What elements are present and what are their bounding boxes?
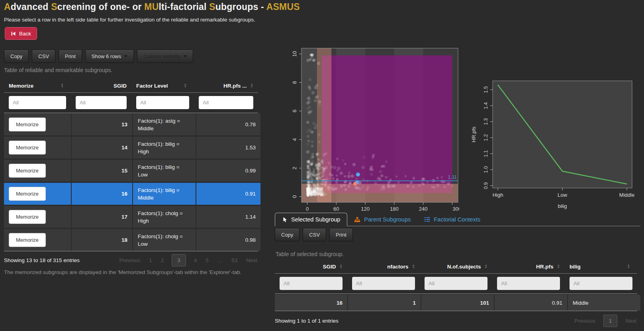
toolbar-button-column-visibility[interactable]: Column visibility	[137, 49, 193, 63]
toolbar-button-label: Print	[65, 53, 76, 59]
left-table-filter-row	[4, 93, 258, 113]
pagination-page-1[interactable]: 1	[148, 257, 153, 263]
left-table-header: Memorize▲▼SGIDFactor Level▲▼HR.pfs ...▲▼	[4, 79, 258, 93]
pagination-page-4[interactable]: 4	[193, 257, 198, 263]
memorize-button[interactable]: Memorize	[9, 164, 46, 178]
table-row-memorize-cell: Memorize	[4, 183, 71, 205]
toolbar-button-label: Show 6 rows	[92, 53, 121, 59]
pagination-page-3[interactable]: 3	[172, 254, 186, 266]
memorize-button[interactable]: Memorize	[9, 187, 46, 201]
table-row-factor-level-cell: Factors(1): bilig =Middle	[133, 183, 196, 205]
svg-text:High: High	[493, 192, 503, 198]
chevron-down-icon	[124, 55, 127, 57]
title-segment: S	[209, 2, 215, 12]
column-filter-input[interactable]	[352, 277, 415, 290]
factor-level-text: Factors(1): cholg =Low	[138, 233, 183, 248]
column-header-hr-pfs[interactable]: HR.pfs▲▼	[492, 260, 565, 273]
toolbar-button-print[interactable]: Print	[329, 228, 353, 241]
memorize-button[interactable]: Memorize	[9, 118, 46, 131]
svg-text:180: 180	[390, 206, 399, 212]
toolbar-button-label: Copy	[281, 232, 293, 238]
svg-text:0: 0	[306, 206, 309, 212]
svg-text:Middle: Middle	[619, 192, 634, 198]
factor-level-text: Factors(1): bilig =High	[138, 140, 180, 155]
page-subtitle: Please select a row in the left side tab…	[4, 17, 255, 23]
toolbar-button-csv[interactable]: CSV	[32, 49, 55, 63]
pagination-next[interactable]: Next	[624, 318, 637, 324]
table-row-memorize-cell: Memorize	[4, 160, 71, 182]
tab-selected-subgroup[interactable]: Selected Subgroup	[275, 213, 347, 226]
tab-parent-subgroups[interactable]: Parent Subgroups	[347, 213, 417, 226]
selected-subgroup-pagination: Previous1Next	[574, 315, 637, 327]
table-row-factor-level-cell: Factors(1): astg =Middle	[133, 114, 196, 135]
svg-text:0: 0	[292, 195, 298, 198]
toolbar-button-label: Print	[336, 232, 346, 238]
column-header-label: nfactors	[387, 264, 408, 270]
back-button[interactable]: Back	[5, 27, 37, 40]
column-header-n-of-subjects[interactable]: N.of.subjects▲▼	[420, 260, 492, 273]
column-header-bilig[interactable]: bilig▲▼	[565, 260, 637, 273]
pagination-previous[interactable]: Previous	[574, 318, 596, 324]
memorize-button[interactable]: Memorize	[9, 233, 46, 247]
column-filter-input[interactable]	[570, 277, 632, 290]
selected-subgroup-cell-nfactors: 1	[348, 295, 421, 311]
factor-level-line-chart: 0.91.01.11.21.31.41.5HR.pfsHighLowMiddle…	[470, 69, 641, 211]
pagination-next[interactable]: Next	[245, 257, 258, 263]
column-header-nfactors[interactable]: nfactors▲▼	[347, 260, 420, 273]
column-header-memorize[interactable]: Memorize▲▼	[4, 79, 71, 92]
column-filter-input[interactable]	[199, 96, 253, 109]
column-header-hr-pfs[interactable]: HR.pfs ...▲▼	[194, 79, 258, 92]
toolbar-button-copy[interactable]: Copy	[4, 49, 29, 63]
factor-level-text: Factors(1): bilig =Low	[138, 163, 180, 178]
table-row-hr-cell: 0.98	[196, 229, 260, 251]
toolbar-button-label: CSV	[38, 53, 49, 59]
sort-icon: ▲▼	[627, 264, 630, 269]
tab-label: Parent Subgroups	[364, 216, 411, 223]
chevron-down-icon	[184, 55, 187, 57]
pagination-page-1[interactable]: 1	[603, 315, 618, 327]
cursor-icon	[282, 217, 288, 223]
table-row-sgid-cell: 13	[72, 114, 132, 135]
column-filter-input[interactable]	[425, 277, 487, 290]
title-segment: dvanced	[11, 2, 51, 12]
memorize-button[interactable]: Memorize	[9, 210, 46, 224]
left-table-caption: Table of reliable and remarkable subgrou…	[4, 67, 112, 73]
table-row-hr-cell: 0.99	[196, 160, 260, 182]
selected-subgroup-cell-hr-pfs: 0.91	[495, 295, 567, 311]
highlight-point-blue	[356, 172, 360, 176]
factor-level-line1: Factors(1): cholg =	[138, 210, 183, 217]
pagination-previous[interactable]: Previous	[119, 257, 141, 263]
pagination-page-5[interactable]: 5	[205, 257, 209, 263]
column-filter-input[interactable]	[497, 277, 560, 290]
column-filter-input[interactable]	[9, 96, 66, 109]
column-filter-input[interactable]	[76, 96, 127, 109]
svg-text:1.0: 1.0	[483, 166, 489, 173]
pagination-page-53[interactable]: 53	[231, 257, 238, 263]
column-header-sgid[interactable]: SGID▲▼	[275, 260, 347, 273]
list-icon	[424, 217, 430, 222]
column-filter-input[interactable]	[136, 96, 189, 109]
column-header-label: bilig	[570, 264, 581, 270]
toolbar-button-label: Copy	[10, 53, 22, 59]
column-header-sgid[interactable]: SGID	[71, 79, 131, 92]
column-header-factor-level[interactable]: Factor Level▲▼	[131, 79, 194, 92]
factor-level-text: Factors(1): bilig =Middle	[138, 186, 180, 202]
table-row-hr-cell: 1.14	[196, 206, 260, 228]
svg-text:8: 8	[292, 81, 298, 84]
toolbar-button-print[interactable]: Print	[59, 49, 82, 63]
tab-factorial-contexts[interactable]: Factorial Contexts	[417, 213, 487, 226]
toolbar-button-copy[interactable]: Copy	[275, 228, 299, 241]
toolbar-button-csv[interactable]: CSV	[303, 228, 326, 241]
svg-text:10: 10	[292, 51, 298, 57]
toolbar-button-show-6-rows[interactable]: Show 6 rows	[85, 49, 134, 63]
title-segment: S	[51, 2, 57, 12]
column-filter-input[interactable]	[280, 277, 343, 290]
factor-level-line1: Factors(1): bilig =	[138, 186, 180, 194]
pagination-page-2[interactable]: 2	[160, 257, 165, 263]
toolbar-button-label: CSV	[309, 232, 320, 238]
title-segment: A	[4, 2, 11, 12]
svg-text:1.2: 1.2	[483, 134, 489, 141]
title-segment: creening of one- or	[57, 2, 145, 12]
memorize-button[interactable]: Memorize	[9, 141, 46, 155]
pagination-page-[interactable]: …	[217, 257, 224, 263]
